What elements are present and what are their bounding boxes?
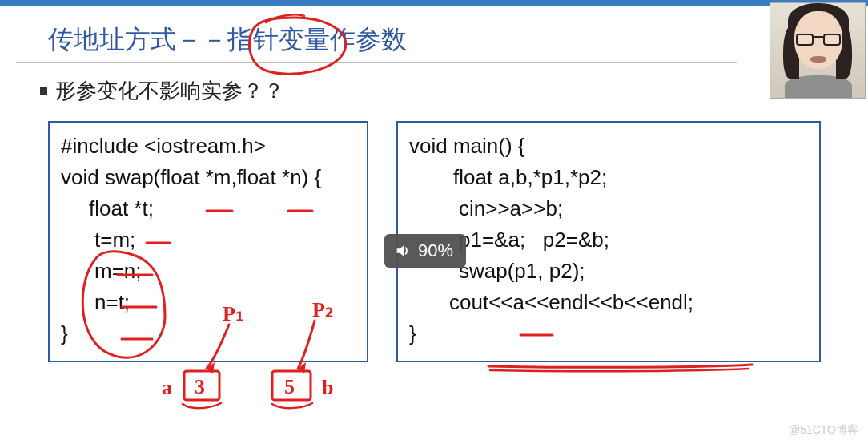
title-underline <box>16 62 737 63</box>
code-right-line-5: swap(p1, p2); <box>409 256 808 287</box>
bullet-text: 形参变化不影响实参？？ <box>55 77 284 105</box>
slide-content: 传地址方式－－指针变量作参数 形参变化不影响实参？？ #include <ios… <box>0 6 868 378</box>
code-right-line-6: cout<<a<<endl<<b<<endl; <box>409 287 808 318</box>
code-right-line-7: } <box>409 318 808 349</box>
code-right-line-4: p1=&a; p2=&b; <box>409 224 808 256</box>
code-left-line-1: #include <iostream.h> <box>61 131 356 162</box>
code-left-line-7: } <box>61 318 356 349</box>
speaker-icon <box>394 242 412 260</box>
bullet-square-icon <box>40 87 47 95</box>
annot-a-label: a <box>162 376 172 399</box>
window-titlebar <box>0 0 868 6</box>
code-left-line-6: n=t; <box>61 287 356 318</box>
annot-box-a-value: 3 <box>195 375 205 398</box>
annot-b-label: b <box>322 376 333 399</box>
webcam-overlay <box>770 2 866 99</box>
code-box-left: #include <iostream.h> void swap(float *m… <box>48 121 368 362</box>
code-left-line-2: void swap(float *m,float *n) { <box>61 162 356 193</box>
watermark: @51CTO博客 <box>789 423 858 438</box>
code-left-line-4: t=m; <box>61 224 356 256</box>
volume-osd: 90% <box>384 234 466 268</box>
code-right-line-3: cin>>a>>b; <box>409 193 808 224</box>
code-right-line-2: float a,b,*p1,*p2; <box>409 162 808 193</box>
annot-box-b-value: 5 <box>284 375 295 398</box>
code-right-line-1: void main() { <box>409 131 808 162</box>
volume-value: 90% <box>418 240 453 261</box>
code-left-line-5: m=n; <box>61 256 356 287</box>
slide-title: 传地址方式－－指针变量作参数 <box>48 22 769 63</box>
watermark-text: @51CTO博客 <box>789 423 858 436</box>
slide-title-text: 传地址方式－－指针变量作参数 <box>48 25 407 54</box>
bullet-line: 形参变化不影响实参？？ <box>40 77 832 105</box>
code-left-line-3: float *t; <box>61 193 356 224</box>
